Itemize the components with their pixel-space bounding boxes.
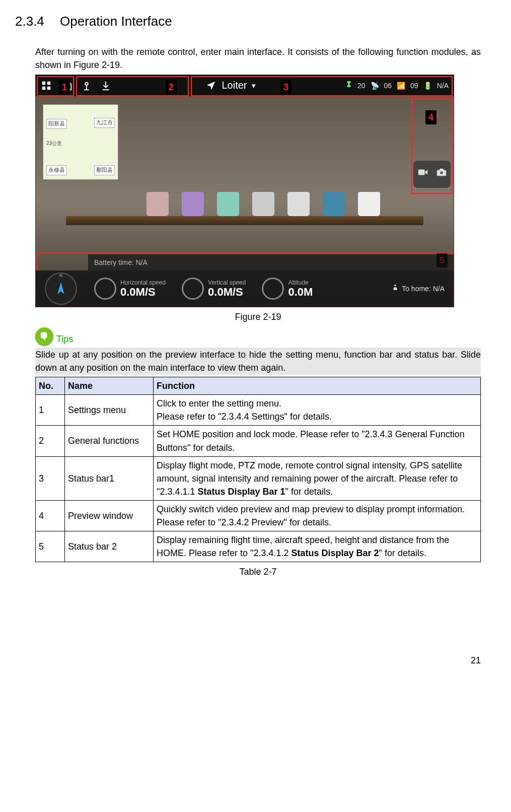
- tips-label: Tips: [56, 332, 73, 346]
- cell-func: Click to enter the setting menu. Please …: [154, 395, 481, 426]
- cell-name: Settings menu: [65, 395, 154, 426]
- annot-label-1: 1: [59, 80, 70, 94]
- tips-row: Tips: [35, 327, 481, 346]
- page-number: 21: [35, 654, 481, 667]
- intro-paragraph: After turning on with the remote control…: [35, 45, 481, 72]
- metric-label: Altitude: [288, 280, 313, 286]
- table-row: 4 Preview window Quickly switch video pr…: [36, 500, 481, 531]
- cell-no: 4: [36, 500, 65, 531]
- table-row: 2 General functions Set HOME position an…: [36, 426, 481, 456]
- person-icon: [392, 283, 399, 294]
- metric-horizontal: Horizontal speed 0.0M/S: [94, 278, 166, 300]
- cell-name: Status bar 2: [65, 531, 154, 562]
- ring-icon: [262, 278, 284, 300]
- scene-shelf: [66, 216, 423, 225]
- function-table: No. Name Function 1 Settings menu Click …: [35, 377, 481, 562]
- metric-label: Vertical speed: [208, 280, 246, 286]
- status-bar-bottom: N Horizontal speed 0.0M/S Vertical speed…: [36, 270, 454, 307]
- table-caption: Table 2-7: [35, 565, 481, 578]
- ring-icon: [182, 278, 204, 300]
- cell-no: 3: [36, 456, 65, 500]
- map-preview[interactable]: 阳新县 九江市 23公里 永修县 鄱阳县: [43, 104, 118, 180]
- cell-func: Display flight mode, PTZ mode, remote co…: [154, 456, 481, 500]
- map-label-a: 阳新县: [46, 119, 67, 129]
- section-heading: 2.3.4 Operation Interface: [15, 12, 481, 31]
- metric-vertical: Vertical speed 0.0M/S: [182, 278, 246, 300]
- camera-icon[interactable]: [436, 167, 447, 181]
- cell-name: General functions: [65, 426, 154, 456]
- cell-func: Display remaining flight time, aircraft …: [154, 531, 481, 562]
- th-no: No.: [36, 377, 65, 395]
- metric-value: 0.0M/S: [120, 286, 166, 298]
- section-number: 2.3.4: [15, 14, 44, 29]
- table-header-row: No. Name Function: [36, 377, 481, 395]
- to-home-label: To home: N/A: [402, 284, 445, 294]
- map-label-c: 永修县: [46, 165, 67, 175]
- svg-point-7: [394, 285, 396, 287]
- section-title: Operation Interface: [60, 14, 172, 29]
- to-home: To home: N/A: [392, 283, 454, 294]
- cell-func: Set HOME position and lock mode. Please …: [154, 426, 481, 456]
- app-screenshot: Loiter ▾ 20 📡 06 📶 09 🔋 N/A 1 2 3 4 5 阳新…: [35, 75, 454, 307]
- metric-label: Horizontal speed: [120, 280, 166, 286]
- metric-value: 0.0M/S: [208, 286, 246, 298]
- cell-name: Preview window: [65, 500, 154, 531]
- preview-switch-panel[interactable]: [413, 161, 451, 188]
- map-label-dist: 23公里: [46, 140, 62, 148]
- video-icon[interactable]: [417, 167, 428, 181]
- table-row: 1 Settings menu Click to enter the setti…: [36, 395, 481, 426]
- cell-no: 2: [36, 426, 65, 456]
- compass[interactable]: N: [45, 273, 77, 305]
- th-name: Name: [65, 377, 154, 395]
- table-row: 5 Status bar 2 Display remaining flight …: [36, 531, 481, 562]
- svg-point-6: [440, 171, 443, 174]
- cell-no: 5: [36, 531, 65, 562]
- battery-time-label: Battery time: N/A: [94, 257, 148, 267]
- annot-label-2: 2: [166, 80, 177, 94]
- tips-icon: [35, 327, 53, 346]
- metric-altitude: Altitude 0.0M: [262, 278, 313, 300]
- annot-box-3: [191, 76, 453, 96]
- annot-label-4: 4: [425, 110, 436, 124]
- cell-name: Status bar1: [65, 456, 154, 500]
- annot-label-3: 3: [280, 80, 291, 94]
- tips-body: Slide up at any position on the preview …: [35, 348, 481, 375]
- table-row: 3 Status bar1 Display flight mode, PTZ m…: [36, 456, 481, 500]
- map-label-d: 鄱阳县: [94, 165, 115, 175]
- metric-value: 0.0M: [288, 286, 313, 298]
- battery-time-row: Battery time: N/A: [88, 254, 454, 270]
- map-label-b: 九江市: [94, 118, 115, 128]
- cell-func: Quickly switch video preview and map pre…: [154, 500, 481, 531]
- ring-icon: [94, 278, 116, 300]
- figure-caption: Figure 2-19: [35, 310, 481, 323]
- cell-no: 1: [36, 395, 65, 426]
- th-func: Function: [154, 377, 481, 395]
